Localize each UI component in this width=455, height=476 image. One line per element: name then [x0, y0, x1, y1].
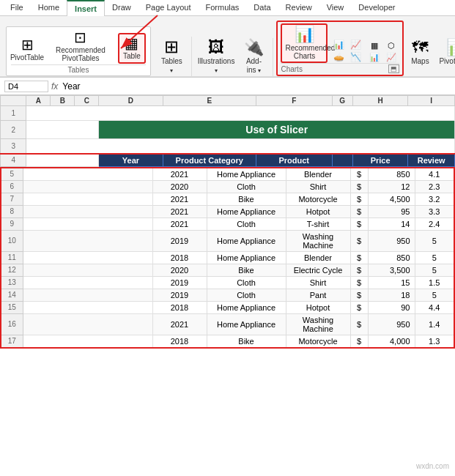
cell-17-cat[interactable]: Bike: [207, 335, 286, 348]
cell-15-abc[interactable]: [23, 301, 152, 313]
column-chart-button[interactable]: 📊: [330, 39, 347, 51]
cell-12-abc[interactable]: [23, 264, 152, 276]
combo-chart-button[interactable]: 📈: [383, 52, 399, 63]
tab-insert[interactable]: Insert: [67, 0, 105, 16]
cell-14-prod[interactable]: Pant: [286, 289, 350, 301]
tab-draw[interactable]: Draw: [105, 0, 138, 15]
pivotchart-button[interactable]: 📊 PivotChart ▾: [436, 38, 455, 76]
cell-13-price[interactable]: 15: [368, 276, 415, 289]
tab-review[interactable]: Review: [278, 0, 319, 15]
cell-12-prod[interactable]: Electric Cycle: [286, 264, 350, 276]
scatter-chart-button[interactable]: ⬡: [383, 40, 399, 51]
cell-15-prod[interactable]: Hotpot: [286, 301, 350, 313]
cell-5-year[interactable]: 2021: [152, 168, 207, 181]
cell-8-price[interactable]: 95: [368, 205, 415, 217]
cell-9-cat[interactable]: Cloth: [207, 217, 286, 230]
cell-12-review[interactable]: 5: [415, 264, 454, 276]
cell-15-review[interactable]: 4.4: [415, 301, 454, 313]
cell-10-dollar[interactable]: $: [350, 230, 368, 251]
cell-13-review[interactable]: 1.5: [415, 276, 454, 289]
cell-5-cat[interactable]: Home Appliance: [207, 168, 286, 181]
cell-5-abc[interactable]: [23, 168, 152, 181]
cell-12-year[interactable]: 2020: [152, 264, 207, 276]
cell-17-review[interactable]: 1.3: [415, 335, 454, 348]
recommended-charts-button[interactable]: 📊 Recommended Charts: [281, 23, 328, 63]
cell-7-year[interactable]: 2021: [152, 193, 207, 205]
tab-home[interactable]: Home: [31, 0, 67, 15]
tab-formulas[interactable]: Formulas: [199, 0, 247, 15]
cell-11-review[interactable]: 5: [415, 251, 454, 264]
cell-13-year[interactable]: 2019: [152, 276, 207, 289]
cell-10-review[interactable]: 5: [415, 230, 454, 251]
cell-10-prod[interactable]: Washing Machine: [286, 230, 350, 251]
cell-8-abc[interactable]: [23, 205, 152, 217]
cell-14-price[interactable]: 18: [368, 289, 415, 301]
cell-7-cat[interactable]: Bike: [207, 193, 286, 205]
cell-15-price[interactable]: 90: [368, 301, 415, 313]
illustrations-button[interactable]: 🖼 Illustrations ▾: [195, 38, 238, 76]
cell-10-cat[interactable]: Home Appliance: [207, 230, 286, 251]
cell-16-cat[interactable]: Home Appliance: [207, 313, 286, 335]
tab-file[interactable]: File: [3, 0, 31, 15]
cell-11-prod[interactable]: Blender: [286, 251, 350, 264]
cell-16-review[interactable]: 1.4: [415, 313, 454, 335]
cell-9-review[interactable]: 2.4: [415, 217, 454, 230]
cell-12-dollar[interactable]: $: [350, 264, 368, 276]
cell-17-price[interactable]: 4,000: [368, 335, 415, 348]
tab-pagelayout[interactable]: Page Layout: [138, 0, 199, 15]
cell-17-abc[interactable]: [23, 335, 152, 348]
cell-16-prod[interactable]: Washing Machine: [286, 313, 350, 335]
cell-5-review[interactable]: 4.1: [415, 168, 454, 181]
formula-input[interactable]: [62, 81, 451, 92]
cell-11-abc[interactable]: [23, 251, 152, 264]
cell-14-abc[interactable]: [23, 289, 152, 301]
maps-button[interactable]: 🗺 Maps: [407, 38, 433, 76]
cell-13-cat[interactable]: Cloth: [207, 276, 286, 289]
cell-14-year[interactable]: 2019: [152, 289, 207, 301]
cell-17-year[interactable]: 2018: [152, 335, 207, 348]
table-button[interactable]: ▦ Table: [118, 33, 146, 64]
cell-7-price[interactable]: 4,500: [368, 193, 415, 205]
cell-10-year[interactable]: 2019: [152, 230, 207, 251]
spreadsheet-area[interactable]: A B C D E F G H I 1 2 Use of Slicer: [0, 95, 455, 349]
cell-16-dollar[interactable]: $: [350, 313, 368, 335]
recommended-pivottables-button[interactable]: ⊡ Recommended PivotTables: [49, 29, 112, 64]
cell-6-dollar[interactable]: $: [350, 180, 368, 193]
addins-button[interactable]: 🔌 Add-ins ▾: [240, 38, 267, 76]
cell-7-dollar[interactable]: $: [350, 193, 368, 205]
tab-developer[interactable]: Developer: [351, 0, 402, 15]
cell-12-cat[interactable]: Bike: [207, 264, 286, 276]
cell-13-abc[interactable]: [23, 276, 152, 289]
cell-9-prod[interactable]: T-shirt: [286, 217, 350, 230]
name-box[interactable]: [4, 81, 48, 92]
cell-8-review[interactable]: 3.3: [415, 205, 454, 217]
cell-9-price[interactable]: 14: [368, 217, 415, 230]
cell-14-cat[interactable]: Cloth: [207, 289, 286, 301]
cell-15-dollar[interactable]: $: [350, 301, 368, 313]
line-chart-button[interactable]: 📈: [347, 39, 363, 51]
cell-16-price[interactable]: 950: [368, 313, 415, 335]
cell-5-prod[interactable]: Blender: [286, 168, 350, 181]
cell-10-price[interactable]: 950: [368, 230, 415, 251]
cell-2-abc[interactable]: [26, 121, 99, 139]
bar-chart-button[interactable]: 📉: [347, 51, 363, 63]
cell-11-year[interactable]: 2018: [152, 251, 207, 264]
cell-9-year[interactable]: 2021: [152, 217, 207, 230]
cell-15-year[interactable]: 2018: [152, 301, 207, 313]
cell-1[interactable]: [26, 106, 455, 121]
cell-8-year[interactable]: 2021: [152, 205, 207, 217]
cell-14-review[interactable]: 5: [415, 289, 454, 301]
cell-7-abc[interactable]: [23, 193, 152, 205]
cell-11-price[interactable]: 850: [368, 251, 415, 264]
tables-button[interactable]: ⊞ Tables ▾: [158, 37, 185, 76]
cell-6-abc[interactable]: [23, 180, 152, 193]
cell-6-prod[interactable]: Shirt: [286, 180, 350, 193]
cell-8-dollar[interactable]: $: [350, 205, 368, 217]
cell-10-abc[interactable]: [23, 230, 152, 251]
cell-15-cat[interactable]: Home Appliance: [207, 301, 286, 313]
cell-12-price[interactable]: 3,500: [368, 264, 415, 276]
cell-13-dollar[interactable]: $: [350, 276, 368, 289]
tab-view[interactable]: View: [319, 0, 352, 15]
cell-5-price[interactable]: 850: [368, 168, 415, 181]
pie-chart-button[interactable]: 🥧: [330, 51, 347, 63]
